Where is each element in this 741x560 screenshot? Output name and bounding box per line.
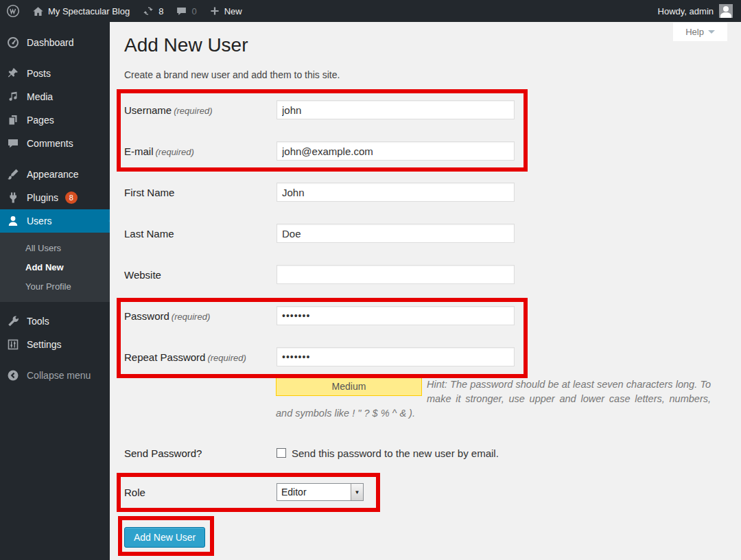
submenu-item-all-users[interactable]: All Users [0, 238, 110, 257]
plugins-update-badge: 8 [65, 191, 78, 204]
label-text: Website [124, 269, 161, 281]
sidebar-label: Collapse menu [27, 370, 91, 381]
sidebar-label: Tools [27, 316, 49, 327]
last-name-label: Last Name [124, 228, 277, 240]
collapse-arrow-icon [6, 369, 20, 382]
page-subtitle: Create a brand new user and add them to … [124, 69, 727, 81]
comments-menu[interactable]: 0 [169, 0, 202, 22]
website-row: Website [124, 254, 727, 295]
sidebar-item-appearance[interactable]: Appearance [0, 163, 110, 186]
pushpin-icon [6, 67, 20, 80]
sidebar-label: Posts [27, 68, 51, 79]
submenu-item-add-new[interactable]: Add New [0, 257, 110, 277]
send-password-row: Send Password? Send this password to the… [124, 435, 727, 471]
page-title: Add New User [124, 33, 727, 58]
wordpress-logo-icon [6, 4, 20, 18]
username-row: Username(required) [124, 89, 727, 130]
role-select[interactable]: Editor ▼ [277, 483, 364, 501]
password-strength-meter: Medium [276, 377, 422, 396]
required-text: (required) [172, 312, 210, 322]
sidebar-label: Media [27, 91, 53, 102]
role-row: Role Editor ▼ [124, 471, 727, 513]
sidebar-item-plugins[interactable]: Plugins 8 [0, 186, 110, 209]
email-label: E-mail(required) [124, 145, 277, 157]
repeat-password-row: Repeat Password(required) [124, 336, 727, 377]
username-input[interactable] [277, 100, 515, 119]
label-text: Password [124, 310, 169, 322]
sliders-icon [6, 338, 20, 351]
comments-icon [6, 137, 20, 150]
media-icon [6, 90, 20, 104]
paintbrush-icon [6, 167, 20, 181]
users-submenu: All Users Add New Your Profile [0, 233, 110, 302]
sidebar-item-comments[interactable]: Comments [0, 132, 110, 155]
add-new-user-button[interactable]: Add New User [124, 527, 205, 548]
sidebar-item-collapse-menu[interactable]: Collapse menu [0, 364, 110, 387]
comment-count: 0 [191, 6, 196, 16]
wordpress-logo-menu[interactable] [0, 0, 26, 22]
sidebar-item-dashboard[interactable]: Dashboard [0, 31, 110, 54]
last-name-row: Last Name [124, 213, 727, 254]
required-text: (required) [156, 147, 194, 157]
plug-icon [6, 191, 20, 205]
password-row: Password(required) [124, 295, 727, 336]
site-name-menu[interactable]: My Spectacular Blog [26, 0, 136, 22]
password-input[interactable] [277, 306, 515, 325]
send-password-checkbox-label: Send this password to the new user by em… [292, 447, 499, 459]
password-label: Password(required) [124, 310, 277, 322]
label-text: First Name [124, 187, 174, 198]
submenu-item-your-profile[interactable]: Your Profile [0, 277, 110, 296]
label-text: Send Password? [124, 447, 202, 459]
sidebar-label: Plugins [27, 192, 58, 203]
first-name-label: First Name [124, 187, 277, 198]
send-password-checkbox[interactable] [277, 448, 286, 458]
label-text: Last Name [124, 228, 174, 240]
sidebar-label: Users [27, 215, 52, 226]
repeat-password-input[interactable] [277, 347, 515, 366]
sidebar-item-users[interactable]: Users [0, 209, 110, 233]
role-selected-value: Editor [277, 487, 351, 498]
sidebar-item-media[interactable]: Media [0, 85, 110, 108]
required-text: (required) [174, 106, 212, 116]
new-content-menu[interactable]: New [203, 0, 248, 22]
password-strength-section: Medium Hint: The password should be at l… [276, 377, 711, 435]
new-label: New [224, 6, 242, 16]
updates-icon [142, 5, 154, 17]
first-name-row: First Name [124, 172, 727, 213]
howdy-text[interactable]: Howdy, admin [658, 6, 714, 16]
first-name-input[interactable] [277, 183, 515, 202]
sidebar-label: Pages [27, 115, 54, 126]
help-button[interactable]: Help [673, 23, 727, 41]
chevron-down-icon [708, 30, 715, 37]
sidebar-item-pages[interactable]: Pages [0, 108, 110, 132]
updates-menu[interactable]: 8 [136, 0, 169, 22]
sidebar-item-tools[interactable]: Tools [0, 310, 110, 333]
required-text: (required) [207, 353, 246, 363]
email-input[interactable] [277, 141, 515, 161]
dashboard-icon [6, 36, 20, 49]
main-content: Help Add New User Create a brand new use… [110, 22, 741, 560]
avatar[interactable] [719, 4, 733, 18]
last-name-input[interactable] [277, 224, 515, 243]
sidebar-label: Settings [27, 339, 62, 350]
label-text: Username [124, 104, 172, 116]
role-label: Role [124, 487, 277, 498]
sidebar-item-settings[interactable]: Settings [0, 333, 110, 356]
sidebar-label: Appearance [27, 169, 79, 180]
label-text: E-mail [124, 145, 154, 157]
website-label: Website [124, 269, 277, 281]
select-arrow-icon: ▼ [351, 484, 363, 500]
comment-bubble-icon [176, 5, 187, 17]
sidebar-item-posts[interactable]: Posts [0, 62, 110, 85]
submit-row: Add New User [124, 527, 727, 548]
pages-icon [6, 113, 20, 127]
admin-sidebar: Dashboard Posts Media Pages Comments App… [0, 22, 110, 560]
update-count: 8 [158, 6, 163, 16]
plus-icon [209, 5, 220, 16]
website-input[interactable] [277, 265, 515, 284]
label-text: Role [124, 487, 145, 498]
username-label: Username(required) [124, 104, 277, 116]
send-password-label: Send Password? [124, 447, 277, 459]
user-icon [6, 214, 20, 228]
sidebar-label: Comments [27, 138, 73, 149]
